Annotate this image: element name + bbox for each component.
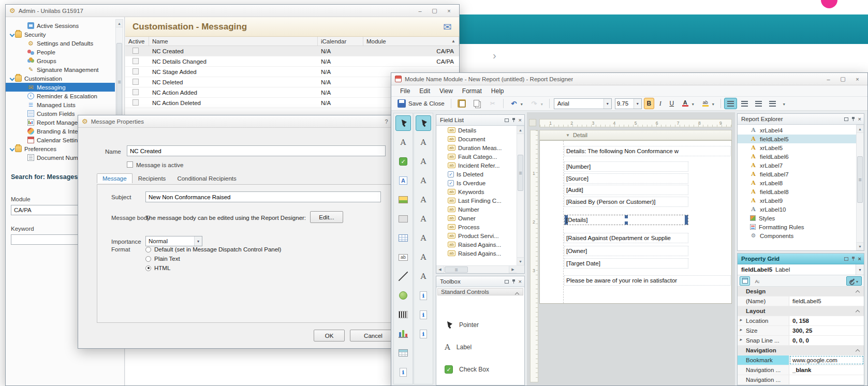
property-row[interactable]: Navigation — [738, 346, 864, 355]
control-tool[interactable] — [395, 154, 411, 169]
maximize-button[interactable]: ▢ — [428, 6, 441, 15]
tasks-button[interactable] — [846, 276, 862, 286]
scroll-up-icon[interactable]: ▲ — [857, 125, 863, 133]
control-tool[interactable] — [416, 326, 431, 342]
report-explorer-scrollbar[interactable]: ▲ ☰ ▼ — [856, 125, 864, 250]
property-row[interactable]: Bookmark www.google.com — [738, 355, 864, 365]
report-explorer-item[interactable]: xrLabel4 — [738, 126, 856, 135]
report-field[interactable]: [Raised By (Person or Customer)] — [564, 197, 688, 207]
close-panel-icon[interactable]: × — [519, 279, 522, 285]
property-row[interactable]: Layout — [738, 306, 864, 316]
toolbox-header[interactable]: Toolbox × — [436, 276, 524, 287]
italic-button[interactable]: I — [655, 98, 666, 109]
float-panel-icon[interactable] — [505, 280, 509, 284]
menu-item[interactable]: File — [395, 86, 415, 96]
expand-right-icon[interactable] — [740, 317, 742, 322]
pin-icon[interactable] — [511, 279, 516, 284]
table-row[interactable]: NC Details Changed N/A CA/PA — [125, 56, 459, 67]
control-tool[interactable] — [416, 249, 431, 265]
property-row[interactable]: Snap Line ... 0, 0, 0 — [738, 336, 864, 346]
active-checkbox[interactable] — [133, 58, 139, 64]
scrollbar-thumb[interactable]: ☰ — [116, 43, 122, 121]
selected-object-combo[interactable]: fieldLabel5 Label ▾ — [738, 264, 864, 275]
dialog-tab[interactable]: Message — [97, 173, 133, 183]
column-header-module[interactable]: Module ▲ — [363, 37, 459, 46]
scroll-right-icon[interactable]: ▶ — [509, 266, 517, 273]
report-explorer-item[interactable]: xrLabel7 — [738, 161, 856, 170]
property-value[interactable]: 0, 158 — [789, 316, 864, 325]
column-header-name[interactable]: Name — [149, 37, 318, 46]
categorized-view-button[interactable] — [740, 276, 750, 286]
designer-title-bar[interactable]: Module Name Module - New Report (untitle… — [391, 73, 867, 85]
close-button[interactable]: × — [851, 75, 864, 83]
control-tool[interactable] — [416, 230, 431, 246]
close-panel-icon[interactable]: × — [858, 116, 861, 122]
pin-icon[interactable] — [851, 117, 856, 122]
tree-item[interactable]: Security — [6, 30, 115, 39]
tree-item[interactable]: People — [6, 48, 115, 56]
format-option[interactable]: Plain Text — [145, 254, 281, 263]
property-row[interactable]: Navigation ... — [738, 375, 864, 385]
property-grid-header[interactable]: Property Grid × — [738, 254, 864, 264]
control-tool[interactable] — [395, 345, 411, 361]
toolbox-item[interactable]: Label — [436, 340, 524, 354]
paste-button[interactable] — [454, 98, 469, 109]
report-explorer-item[interactable]: fieldLabel6 — [738, 152, 856, 161]
scrollbar-thumb[interactable]: ☰ — [445, 266, 468, 273]
control-tool[interactable] — [416, 269, 431, 284]
field-list-item[interactable]: Details — [436, 126, 517, 135]
control-tool[interactable] — [416, 115, 431, 131]
report-explorer-header[interactable]: Report Explorer × — [738, 114, 864, 125]
scrollbar-thumb[interactable]: ☰ — [518, 155, 523, 191]
report-explorer-item[interactable]: Components — [738, 231, 856, 240]
report-field[interactable]: [Number] — [564, 161, 688, 172]
tree-item[interactable]: Managed Lists — [6, 100, 115, 109]
property-row[interactable]: Design — [738, 287, 864, 296]
redo-button[interactable] — [527, 98, 546, 109]
align-center-button[interactable] — [738, 98, 751, 109]
report-field[interactable]: [Audit] — [564, 185, 688, 195]
control-tool[interactable] — [416, 192, 431, 207]
tree-item[interactable]: Signature Management — [6, 65, 115, 74]
field-list-horizontal-scrollbar[interactable]: ◀ ☰ ▶ — [436, 265, 517, 273]
field-list-item[interactable]: Is Overdue — [436, 179, 517, 187]
table-row[interactable]: NC Created N/A CA/PA — [125, 46, 459, 56]
save-close-button[interactable]: Save & Close — [394, 98, 448, 109]
control-tool[interactable] — [416, 211, 431, 227]
ok-button[interactable]: OK — [314, 330, 345, 342]
alphabetical-view-button[interactable] — [752, 276, 762, 286]
field-list-item[interactable]: Raised Agains... — [436, 240, 517, 249]
report-explorer-item[interactable]: fieldLabel5 — [738, 135, 856, 143]
close-panel-icon[interactable]: × — [858, 256, 861, 262]
report-field[interactable]: Please be aware of your role in satisfac… — [564, 275, 731, 286]
report-explorer-item[interactable]: xrLabel10 — [738, 205, 856, 214]
report-field[interactable]: [Raised Against (Department or Supplie — [564, 233, 688, 243]
tree-item[interactable]: Active Sessions — [6, 21, 115, 30]
report-field[interactable]: [Owner] — [564, 246, 688, 256]
field-list-item[interactable]: Process — [436, 222, 517, 231]
control-tool[interactable] — [416, 154, 431, 169]
report-explorer-item[interactable]: Formatting Rules — [738, 222, 856, 231]
property-row[interactable]: Location 0, 158 — [738, 316, 864, 326]
scrollbar-thumb[interactable]: ☰ — [857, 156, 863, 203]
field-list-item[interactable]: Number — [436, 205, 517, 214]
control-tool[interactable] — [395, 307, 411, 322]
module-select[interactable]: CA/PA ▾ — [11, 205, 89, 215]
control-tool[interactable] — [416, 173, 431, 188]
bold-button[interactable]: B — [644, 98, 654, 109]
tree-item[interactable]: Settings and Defaults — [6, 39, 115, 48]
close-panel-icon[interactable]: × — [519, 117, 522, 123]
expand-right-icon[interactable] — [740, 327, 742, 332]
undo-button[interactable] — [507, 98, 526, 109]
maximize-button[interactable]: ▢ — [836, 75, 849, 83]
active-checkbox[interactable] — [133, 79, 139, 85]
field-list-item[interactable]: Incident Refer... — [436, 161, 517, 170]
report-explorer-item[interactable]: fieldLabel7 — [738, 170, 856, 179]
property-value[interactable] — [789, 375, 864, 384]
control-tool[interactable] — [395, 115, 411, 131]
expand-right-icon[interactable] — [740, 337, 742, 342]
dialog-tab[interactable]: Conditional Recipients — [171, 173, 242, 183]
minimize-button[interactable]: – — [414, 6, 426, 15]
admin-title-bar[interactable]: Admin - Unilabs G15917 – ▢ × — [6, 5, 459, 17]
active-checkbox[interactable] — [133, 89, 139, 95]
